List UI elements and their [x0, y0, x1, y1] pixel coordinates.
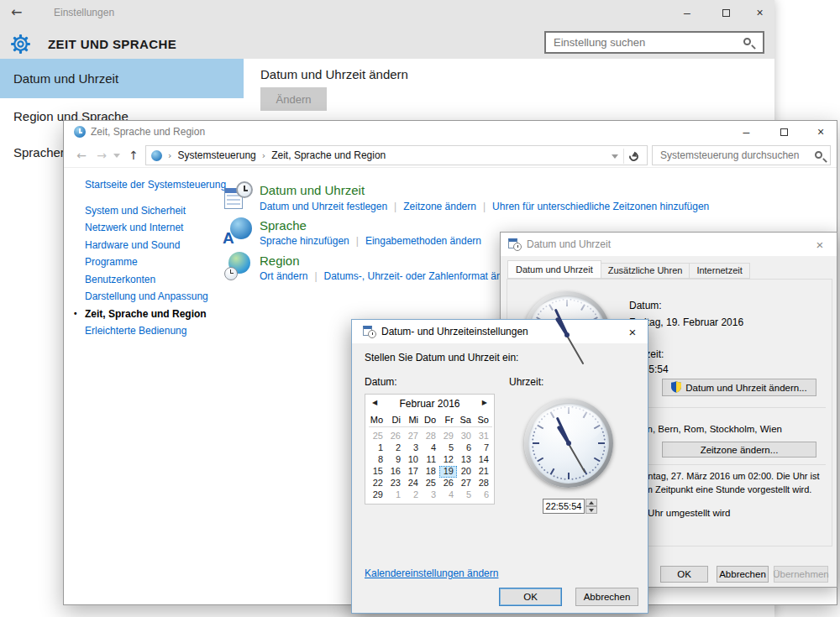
cancel-button[interactable]: Abbrechen	[575, 588, 638, 606]
calendar-day[interactable]: 10	[404, 454, 422, 466]
task-link[interactable]: Ort ändern	[260, 270, 307, 282]
clock-minute-dot	[546, 471, 549, 473]
cp-sidebar-link[interactable]: Darstellung und Anpassung	[85, 288, 253, 306]
calendar-day[interactable]: 18	[422, 466, 439, 478]
close-button[interactable]: ×	[803, 233, 837, 256]
calendar-day[interactable]: 14	[475, 454, 492, 466]
section-title-region[interactable]: Region	[260, 254, 300, 268]
calendar-day[interactable]: 26	[386, 431, 404, 442]
cp-sidebar-link[interactable]: Erleichterte Bedienung	[85, 322, 253, 340]
section-title-sprache[interactable]: Sprache	[260, 218, 307, 233]
calendar-day[interactable]: 6	[457, 442, 475, 454]
calendar-day[interactable]: 25	[422, 478, 439, 489]
calendar-day[interactable]: 28	[422, 431, 439, 442]
minimize-button[interactable]: –	[668, 0, 706, 25]
globe-language-icon[interactable]: A	[224, 217, 253, 245]
calendar-day[interactable]: 12	[439, 454, 457, 466]
calendar-clock-icon[interactable]	[224, 181, 253, 210]
calendar-day[interactable]: 4	[422, 442, 439, 454]
calendar-day[interactable]: 30	[457, 431, 475, 442]
datetime-dialog-icon	[363, 325, 376, 338]
calendar-day[interactable]: 27	[404, 431, 422, 442]
nav-history-chevron-icon[interactable]	[111, 146, 123, 165]
calendar-day[interactable]: 9	[386, 454, 404, 466]
ok-button[interactable]: OK	[660, 566, 708, 583]
calendar-day[interactable]: 29	[369, 489, 386, 501]
nav-forward-icon[interactable]: →	[92, 146, 111, 165]
calendar-day[interactable]: 16	[386, 466, 404, 478]
calendar-day[interactable]: 1	[386, 489, 404, 501]
calendar-day[interactable]: 26	[439, 478, 457, 489]
task-link[interactable]: Sprache hinzufügen	[260, 235, 349, 247]
change-button[interactable]: Ändern	[260, 87, 327, 111]
calendar-day[interactable]: 1	[369, 442, 386, 454]
breadcrumb-systemsteuerung[interactable]: Systemsteuerung	[177, 149, 255, 161]
calendar-day[interactable]: 23	[386, 478, 404, 489]
calendar-day[interactable]: 20	[457, 466, 475, 478]
maximize-button[interactable]	[765, 121, 803, 143]
apply-button[interactable]: Übernehmen	[774, 566, 828, 583]
cancel-button[interactable]: Abbrechen	[717, 566, 769, 583]
calendar-day[interactable]: 2	[404, 489, 422, 501]
calendar-day[interactable]: 22	[369, 478, 386, 489]
breadcrumb-zeit-sprache-region[interactable]: Zeit, Sprache und Region	[271, 149, 386, 161]
calendar-day[interactable]: 21	[475, 466, 492, 478]
dialog-tab[interactable]: Zusätzliche Uhren	[601, 263, 690, 279]
close-button[interactable]: ×	[617, 320, 648, 343]
calendar-day[interactable]: 31	[475, 431, 492, 442]
task-link[interactable]: Datum und Uhrzeit festlegen	[260, 201, 387, 212]
dialog-tab[interactable]: Internetzeit	[689, 263, 749, 279]
change-timezone-button[interactable]: Zeitzone ändern...	[662, 442, 816, 458]
calendar-day[interactable]: 28	[475, 478, 492, 489]
ok-button[interactable]: OK	[499, 588, 562, 606]
calendar-day[interactable]: 6	[475, 489, 492, 501]
calendar-day[interactable]: 5	[439, 442, 457, 454]
close-button[interactable]: ×	[745, 0, 774, 25]
section-title-datum-und-uhrzeit[interactable]: Datum und Uhrzeit	[260, 183, 365, 197]
calendar-day[interactable]: 3	[422, 489, 439, 501]
nav-back-icon[interactable]: ←	[72, 146, 91, 165]
calendar-day[interactable]: 5	[457, 489, 475, 501]
task-link[interactable]: Eingabemethoden ändern	[365, 235, 481, 247]
settings-nav-item[interactable]: Datum und Uhrzeit	[0, 59, 244, 98]
task-link[interactable]: Uhren für unterschiedliche Zeitzonen hin…	[492, 201, 709, 212]
task-link[interactable]: Datums-, Uhrzeit- oder Zahlenformat ände…	[324, 270, 522, 282]
task-link[interactable]: Zeitzone ändern	[403, 201, 476, 212]
change-datetime-button[interactable]: Datum und Uhrzeit ändern...	[662, 379, 816, 396]
calendar-settings-link[interactable]: Kalendereinstellungen ändern	[365, 567, 498, 579]
refresh-icon[interactable]	[627, 149, 640, 162]
dialog-tab[interactable]: Datum und Uhrzeit	[507, 260, 601, 279]
calendar-month-label[interactable]: Februar 2016	[365, 398, 494, 411]
cp-search-input[interactable]	[653, 146, 830, 165]
back-arrow-icon[interactable]: ←	[11, 4, 22, 20]
settings-search-input[interactable]	[546, 33, 763, 52]
calendar-day[interactable]: 19	[439, 466, 457, 478]
cp-search-box[interactable]	[652, 145, 831, 165]
close-button[interactable]: ×	[803, 121, 838, 143]
globe-clock-icon[interactable]	[224, 252, 253, 280]
calendar-day[interactable]: 29	[439, 431, 457, 442]
maximize-button[interactable]	[706, 0, 745, 25]
stepper-up-button[interactable]	[585, 499, 597, 506]
nav-up-icon[interactable]: ↑	[124, 146, 143, 165]
address-dropdown-icon[interactable]	[612, 154, 618, 159]
calendar-day[interactable]: 24	[404, 478, 422, 489]
minimize-button[interactable]: –	[727, 121, 765, 143]
calendar-day[interactable]: 4	[439, 489, 457, 501]
calendar-day[interactable]: 11	[422, 454, 439, 466]
time-input[interactable]	[543, 499, 585, 514]
cp-sidebar-link[interactable]: •Zeit, Sprache und Region	[85, 306, 253, 323]
calendar-day[interactable]: 8	[369, 454, 386, 466]
stepper-down-button[interactable]	[585, 506, 597, 514]
calendar-day[interactable]: 17	[404, 466, 422, 478]
calendar-day[interactable]: 25	[369, 431, 386, 442]
calendar-day[interactable]: 15	[369, 466, 386, 478]
calendar-day[interactable]: 13	[457, 454, 475, 466]
calendar-day[interactable]: 3	[404, 442, 422, 454]
calendar-next-icon[interactable]: ▶	[482, 399, 487, 406]
calendar-day[interactable]: 2	[386, 442, 404, 454]
calendar-day[interactable]: 7	[475, 442, 492, 454]
address-box[interactable]: › Systemsteuerung › Zeit, Sprache und Re…	[145, 145, 648, 165]
settings-search-box[interactable]	[544, 31, 764, 54]
calendar-day[interactable]: 27	[457, 478, 475, 489]
